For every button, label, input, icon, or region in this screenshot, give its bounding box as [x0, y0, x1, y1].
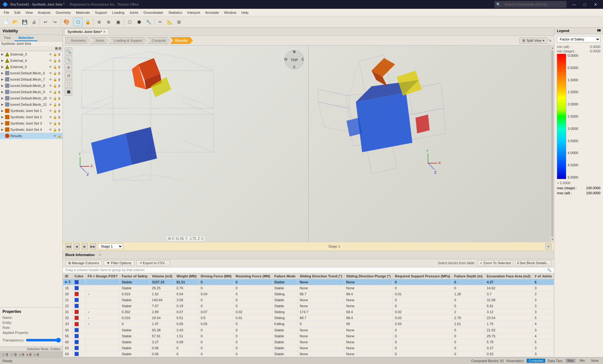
eye-icon-0[interactable]: 👁	[49, 53, 52, 56]
lock-icon-4[interactable]: 🔒	[53, 78, 57, 81]
maximize-button[interactable]: □	[580, 0, 590, 9]
select-tool[interactable]: ⬡	[74, 18, 83, 26]
menu-item-window[interactable]: Window	[221, 10, 239, 15]
menu-item-materials[interactable]: Materials	[73, 10, 93, 15]
filter-options-button[interactable]: ▼ Filter Options	[104, 260, 134, 266]
data-tips-none-button[interactable]: None	[589, 359, 600, 363]
tree-item-11[interactable]: ▶Synthetic Joint Set 3👁🔒🗑	[0, 120, 62, 126]
eye-icon-6[interactable]: 👁	[49, 90, 52, 94]
delete-icon-0[interactable]: 🗑	[57, 53, 61, 56]
table-row[interactable]: 63Stable0.06000StableNoneNone000.533	[63, 351, 554, 357]
delete-icon-9[interactable]: 🗑	[57, 109, 61, 113]
tree-tab[interactable]: Tree	[0, 35, 14, 41]
stage-next-button[interactable]: ▶	[82, 243, 88, 249]
tree-item-7[interactable]: ▶tunnel.Default.Mesh_10👁🔒🗑	[0, 95, 62, 101]
tree-item-10[interactable]: ▶Synthetic Joint Set 2👁🔒🗑	[0, 114, 62, 120]
lock-icon-11[interactable]: 🔒	[53, 122, 57, 125]
menu-item-groundwater[interactable]: Groundwater	[141, 10, 166, 15]
see-block-details-button[interactable]: ℹ See Block Details...	[515, 260, 551, 266]
rotate-button[interactable]: ↺	[65, 72, 72, 79]
lock-icon-13[interactable]: 🔒	[57, 134, 61, 138]
delete-icon-2[interactable]: 🗑	[57, 65, 61, 69]
viewport-left[interactable]: X Y Z At X: 51.58, Y: -1.75, Z: 0 N S W	[63, 46, 309, 242]
measure-tool[interactable]: 📐	[165, 18, 174, 26]
table-row[interactable]: 50Stable93.382.4300StableNoneNone0021.02…	[63, 327, 554, 333]
tree-item-6[interactable]: ▶tunnel.Default.Mesh_9👁🔒🗑	[0, 89, 62, 95]
eye-icon-10[interactable]: 👁	[49, 115, 52, 119]
table-row[interactable]: 33✓01.970.050.050Falling0900.032.611.754	[63, 321, 554, 327]
col-weight[interactable]: Weight (MN)	[174, 273, 198, 279]
tree-item-12[interactable]: ▶Synthetic Joint Set 4👁🔒🗑	[0, 126, 62, 133]
tree-item-4[interactable]: ▶tunnel.Default.Mesh_7👁🔒🗑	[0, 76, 62, 83]
eye-icon-4[interactable]: 👁	[49, 78, 52, 81]
table-row[interactable]: 16Stable29.250.7600StableNoneNone0014.62…	[63, 285, 554, 291]
eye-icon-2[interactable]: 👁	[49, 65, 52, 69]
lock-icon-8[interactable]: 🔒	[53, 103, 57, 106]
tree-icon-1[interactable]: ⊞	[55, 46, 58, 51]
lock-icon-5[interactable]: 🔒	[53, 84, 57, 88]
table-row[interactable]: 32✓0.01619.540.510.50.01Sliding88.788.40…	[63, 315, 554, 321]
document-tab[interactable]: Synthetic Joint Sets* ✕	[64, 29, 109, 35]
color-wheel[interactable]: 🎨	[62, 18, 71, 26]
tree-item-0[interactable]: ▶External_3👁🔒🗑	[0, 51, 62, 57]
wf-geometry[interactable]: Geometry	[65, 37, 91, 44]
render-tool-3[interactable]: 🔧	[144, 18, 153, 26]
eye-icon-12[interactable]: 👁	[49, 128, 52, 131]
render-tool-1[interactable]: ⬡	[125, 18, 134, 26]
delete-icon-7[interactable]: 🗑	[57, 97, 61, 100]
wf-joints[interactable]: Joints	[90, 37, 110, 44]
lock-icon-12[interactable]: 🔒	[53, 128, 57, 131]
wf-compute[interactable]: Compute	[146, 37, 171, 44]
col-fos-flag[interactable]: FS < Design FOS?	[85, 273, 120, 279]
delete-icon-10[interactable]: 🗑	[57, 115, 61, 119]
delete-icon-1[interactable]: 🗑	[57, 59, 61, 62]
zoom-selected-button[interactable]: ⤢ Zoom To Selected	[477, 260, 513, 266]
legend-dropdown[interactable]: Factor of Safety	[557, 36, 600, 42]
delete-icon-3[interactable]: 🗑	[57, 72, 61, 75]
menu-item-loading[interactable]: Loading	[110, 10, 127, 15]
col-joints[interactable]: # of Joints	[533, 273, 554, 279]
pan-button[interactable]: ✛	[65, 64, 72, 71]
delete-icon-8[interactable]: 🗑	[57, 103, 61, 106]
snap-tool[interactable]: ✂	[156, 18, 165, 26]
lock-tool[interactable]: 🔒	[83, 18, 92, 26]
render-tool-2[interactable]: ⬢	[135, 18, 144, 26]
extra-tool[interactable]: ⊞	[175, 18, 183, 26]
manage-columns-button[interactable]: ⊞ Manage Columns	[65, 260, 102, 266]
table-row[interactable]: 62Stable0.06000StableNoneNone000.273	[63, 345, 554, 351]
col-plunge[interactable]: Sliding Direction Plunge (°)	[344, 273, 393, 279]
table-row[interactable]: 31✓0.3022.890.070.070.02Sliding174.768.4…	[63, 309, 554, 315]
scroll-down-arrow[interactable]: ▼	[551, 238, 554, 242]
stage-last-button[interactable]: ▶▶	[90, 243, 96, 249]
stage-first-button[interactable]: ◀◀	[65, 243, 72, 249]
col-resisting[interactable]: Resisting Force (MN)	[234, 273, 272, 279]
eye-icon-1[interactable]: 👁	[49, 59, 52, 62]
tree-item-5[interactable]: ▶tunnel.Default.Mesh_8👁🔒🗑	[0, 83, 62, 89]
delete-icon-6[interactable]: 🗑	[57, 90, 61, 94]
scroll-up-arrow[interactable]: ▲	[551, 46, 554, 50]
transparency-slider[interactable]	[26, 338, 66, 343]
data-tips-max-button[interactable]: Max	[566, 359, 575, 363]
view-tool-1[interactable]: ⊕	[95, 18, 104, 26]
scroll-thumb[interactable]	[551, 51, 553, 237]
search-input[interactable]	[502, 2, 565, 7]
search-icon-table[interactable]: 🔍	[547, 268, 551, 272]
table-row[interactable]: 20✓0.0161.620.040.040Sliding88.788.40.01…	[63, 291, 554, 297]
col-driving[interactable]: Driving Force (MN)	[198, 273, 233, 279]
col-volume[interactable]: Volume (m3)	[150, 273, 174, 279]
doc-tab-close[interactable]: ✕	[103, 30, 106, 34]
view-tool-2[interactable]: ⊗	[104, 18, 113, 26]
menu-item-geometry[interactable]: Geometry	[53, 10, 73, 15]
menu-item-analysis[interactable]: Analysis	[35, 10, 53, 15]
close-button[interactable]: ✕	[590, 0, 600, 9]
eye-icon-3[interactable]: 👁	[49, 72, 52, 75]
table-row[interactable]: 21Stable140.643.5600StableNoneNone0031.5…	[63, 297, 554, 303]
view-tool-3[interactable]: ▣	[114, 18, 122, 26]
split-view-expand[interactable]: ⤡	[549, 39, 551, 43]
block-table-wrapper[interactable]: ID Color FS < Design FOS? Factor of Safe…	[63, 273, 554, 357]
stage-dropdown[interactable]: Stage 1	[98, 244, 123, 249]
table-row[interactable]: 60Stable3.270.0800StableNoneNone005.795	[63, 339, 554, 345]
table-row[interactable]: 22Stable7.670.1900StableNoneNone006.813	[63, 303, 554, 309]
tree-icon-2[interactable]: ⊟	[58, 46, 61, 51]
menu-item-help[interactable]: Help	[239, 10, 251, 15]
